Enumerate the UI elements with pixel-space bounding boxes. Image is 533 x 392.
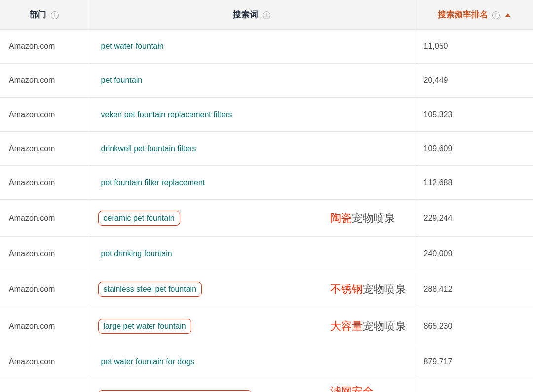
rank-cell: 229,244 bbox=[415, 200, 533, 237]
annotation-label: 滤网安全的宠物喷泉 bbox=[330, 386, 384, 392]
rank-cell: 879,717 bbox=[415, 345, 533, 379]
dept-cell: Amazon.com bbox=[0, 132, 89, 166]
table-row: Amazon.compet safe water fountain filter… bbox=[0, 379, 533, 392]
annotation-emphasis: 大容量 bbox=[330, 320, 363, 332]
term-cell: pet drinking fountain bbox=[89, 237, 415, 271]
search-term-link[interactable]: large pet water fountain bbox=[98, 319, 191, 334]
annotation-rest: 宠物喷泉 bbox=[363, 283, 406, 295]
table-row: Amazon.compet fountain filter replacemen… bbox=[0, 166, 533, 200]
table-row: Amazon.compet drinking fountain240,009 bbox=[0, 237, 533, 271]
col-header-rank[interactable]: 搜索频率排名 i bbox=[415, 0, 533, 30]
dept-cell: Amazon.com bbox=[0, 166, 89, 200]
info-icon[interactable]: i bbox=[263, 11, 270, 19]
rank-cell: 955,363 bbox=[415, 379, 533, 392]
annotation-rest: 宠物喷泉 bbox=[352, 212, 395, 224]
search-term-link[interactable]: pet safe water fountain filter replaceme… bbox=[98, 390, 252, 392]
rank-cell: 240,009 bbox=[415, 237, 533, 271]
col-header-search-term[interactable]: 搜索词 i bbox=[89, 0, 415, 30]
term-cell: drinkwell pet fountain filters bbox=[89, 132, 415, 166]
col-header-search-term-label: 搜索词 bbox=[233, 10, 258, 19]
search-term-link[interactable]: stainless steel pet fountain bbox=[98, 282, 202, 297]
dept-cell: Amazon.com bbox=[0, 98, 89, 132]
term-cell: veken pet fountain replacement filters bbox=[89, 98, 415, 132]
dept-cell: Amazon.com bbox=[0, 271, 89, 308]
term-cell: pet safe water fountain filter replaceme… bbox=[89, 379, 415, 392]
dept-cell: Amazon.com bbox=[0, 379, 89, 392]
annotation-emphasis: 滤网安全 bbox=[330, 385, 374, 392]
rank-cell: 20,449 bbox=[415, 64, 533, 98]
search-term-link[interactable]: drinkwell pet fountain filters bbox=[98, 143, 199, 155]
term-cell: pet water fountain bbox=[89, 30, 415, 64]
sort-ascending-icon bbox=[505, 13, 510, 17]
rank-cell: 109,609 bbox=[415, 132, 533, 166]
col-header-rank-label: 搜索频率排名 bbox=[438, 10, 488, 19]
rank-cell: 865,230 bbox=[415, 308, 533, 345]
col-header-department[interactable]: 部门 i bbox=[0, 0, 89, 30]
annotation-label: 陶瓷宠物喷泉 bbox=[330, 211, 395, 225]
term-cell: pet fountain bbox=[89, 64, 415, 98]
term-cell: pet fountain filter replacement bbox=[89, 166, 415, 200]
term-cell: stainless steel pet fountain不锈钢宠物喷泉 bbox=[89, 271, 415, 308]
term-cell: ceramic pet fountain陶瓷宠物喷泉 bbox=[89, 200, 415, 237]
search-term-link[interactable]: ceramic pet fountain bbox=[98, 211, 180, 226]
rank-cell: 112,688 bbox=[415, 166, 533, 200]
table-row: Amazon.comlarge pet water fountain大容量宠物喷… bbox=[0, 308, 533, 345]
table-row: Amazon.compet water fountain11,050 bbox=[0, 30, 533, 64]
search-term-link[interactable]: pet drinking fountain bbox=[98, 248, 175, 260]
annotation-emphasis: 不锈钢 bbox=[330, 283, 363, 295]
search-term-link[interactable]: pet fountain bbox=[98, 75, 146, 86]
dept-cell: Amazon.com bbox=[0, 345, 89, 379]
dept-cell: Amazon.com bbox=[0, 308, 89, 345]
table-row: Amazon.comstainless steel pet fountain不锈… bbox=[0, 271, 533, 308]
dept-cell: Amazon.com bbox=[0, 237, 89, 271]
search-term-link[interactable]: pet water fountain for dogs bbox=[98, 356, 197, 368]
table-row: Amazon.comceramic pet fountain陶瓷宠物喷泉229,… bbox=[0, 200, 533, 237]
col-header-department-label: 部门 bbox=[30, 10, 46, 19]
annotation-rest: 宠物喷泉 bbox=[363, 320, 406, 332]
search-terms-table: 部门 i 搜索词 i 搜索频率排名 i Amazon.compet water … bbox=[0, 0, 533, 392]
table-row: Amazon.compet water fountain for dogs879… bbox=[0, 345, 533, 379]
dept-cell: Amazon.com bbox=[0, 200, 89, 237]
search-term-link[interactable]: pet water fountain bbox=[98, 40, 167, 52]
info-icon[interactable]: i bbox=[51, 11, 59, 19]
rank-cell: 288,412 bbox=[415, 271, 533, 308]
annotation-label: 不锈钢宠物喷泉 bbox=[330, 282, 406, 296]
dept-cell: Amazon.com bbox=[0, 30, 89, 64]
info-icon[interactable]: i bbox=[492, 11, 500, 19]
rank-cell: 11,050 bbox=[415, 30, 533, 64]
annotation-emphasis: 陶瓷 bbox=[330, 212, 352, 224]
table-row: Amazon.compet fountain20,449 bbox=[0, 64, 533, 98]
term-cell: pet water fountain for dogs bbox=[89, 345, 415, 379]
table-row: Amazon.comveken pet fountain replacement… bbox=[0, 98, 533, 132]
search-term-link[interactable]: pet fountain filter replacement bbox=[98, 177, 208, 189]
table-row: Amazon.comdrinkwell pet fountain filters… bbox=[0, 132, 533, 166]
term-cell: large pet water fountain大容量宠物喷泉 bbox=[89, 308, 415, 345]
search-term-link[interactable]: veken pet fountain replacement filters bbox=[98, 109, 235, 120]
annotation-label: 大容量宠物喷泉 bbox=[330, 319, 406, 333]
dept-cell: Amazon.com bbox=[0, 64, 89, 98]
rank-cell: 105,323 bbox=[415, 98, 533, 132]
